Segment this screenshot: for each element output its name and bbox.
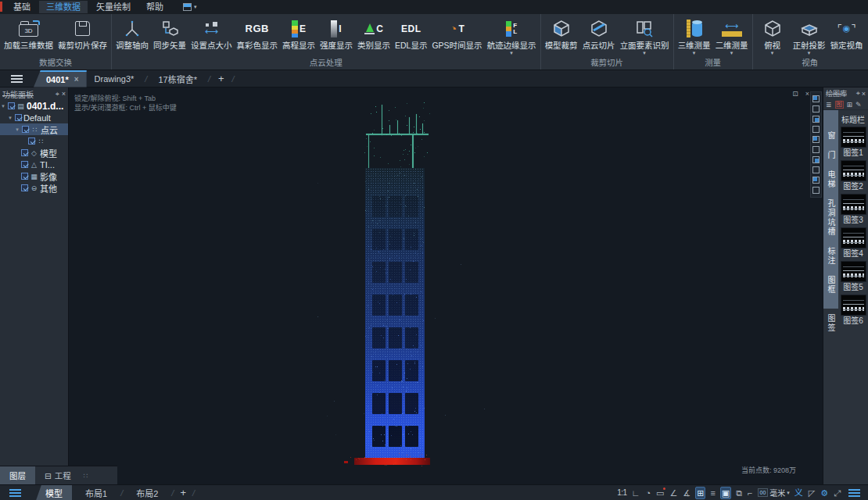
lock-view-button[interactable]: ⌜◉⌝ 锁定视角 [828,16,866,57]
status-menu-icon[interactable] [848,489,860,491]
section-tool-icon[interactable] [812,105,820,112]
pin-icon[interactable]: ⌖ [856,89,860,98]
close-icon[interactable]: × [74,75,79,84]
section-tool-icon[interactable] [812,136,820,143]
checkbox[interactable] [21,184,28,191]
cursor-select-icon[interactable]: ◸ [808,488,816,498]
section-tool-icon[interactable] [812,146,820,153]
tab-holes[interactable]: 孔洞坑槽 [823,199,838,237]
project-tab[interactable]: ⊟ 工程 [35,466,81,484]
tab-frame[interactable]: 图框 [823,276,838,295]
edl-display-button[interactable]: EDL EDL显示 [393,16,429,57]
new-layer-icon[interactable]: ⧉ [735,488,743,498]
close-icon[interactable]: × [862,90,866,98]
selection-box-icon[interactable]: ▣ [720,487,731,499]
model-clip-button[interactable]: 模型裁剪 [543,16,580,57]
grid-snap-icon[interactable]: ⊞ [695,487,705,499]
gallery-item[interactable]: 图签5 [841,261,866,293]
section-tool-icon[interactable] [812,166,820,173]
object-snap-icon[interactable]: ▭ [655,488,665,498]
facade-element-recognition-button[interactable]: 立面要素识别 ▾ [618,16,672,57]
list-icon[interactable]: ≣ [826,101,832,109]
save-clip-slice-button[interactable]: 裁剪切片保存 [56,16,109,57]
section-tool-icon[interactable] [812,187,820,194]
tab-0401[interactable]: 0401* × [34,70,87,88]
section-tool-icon[interactable] [812,95,820,102]
sync-vector-button[interactable]: 同步矢量 [151,16,188,57]
tab-drawing3[interactable]: Drawing3* [87,70,142,88]
model-tab[interactable]: 模型 [36,485,72,500]
add-layout-button[interactable]: + [178,487,188,498]
section-tool-icon[interactable] [812,126,820,133]
unit-selector[interactable]: 00 毫米 ▾ [758,487,790,498]
tab-window[interactable]: 窗 [823,131,838,141]
fullscreen-icon[interactable]: ⤢ [833,488,841,498]
tree-row-model[interactable]: ◇ 模型 [0,147,68,159]
tree-row-pointcloud-item[interactable]: ∷ [0,135,68,147]
intensity-display-button[interactable]: I 强度显示 [317,16,355,57]
close-icon[interactable]: × [805,90,809,98]
point-size-button[interactable]: ⟷ 设置点大小 [188,16,235,57]
trajectory-edge-display-button[interactable]: FL 航迹边缘显示 ▾ [485,16,539,57]
gallery-item[interactable]: 图签6 [841,295,866,327]
tab-titleblock[interactable]: 图签 [823,314,838,333]
pin-icon[interactable]: ⌖ [56,90,59,98]
class-display-button[interactable]: C 类别显示 [355,16,393,57]
section-tool-icon[interactable] [812,116,820,123]
layers-tab[interactable]: 图层 [0,466,35,484]
brush-icon[interactable]: ✎ [855,101,862,109]
settings-gear-icon[interactable]: ⚙ [820,488,829,498]
lineweight-icon[interactable]: ≡ [709,488,716,498]
layout-menu-icon[interactable] [9,489,21,491]
ortho-projection-button[interactable]: 正射投影 ▾ [791,16,828,57]
measure-3d-button[interactable]: 三维测量 ▾ [676,16,713,57]
tree-row-default[interactable]: ▾ Default [0,112,68,123]
grid-icon[interactable]: ⊞ [847,101,853,109]
elevation-display-button[interactable]: E 高程显示 [280,16,317,57]
pointcloud-slice-button[interactable]: 点云切片 [580,16,618,57]
adjust-axis-button[interactable]: 调整轴向 [113,16,151,57]
tree-row-tin[interactable]: △ TI... [0,159,68,170]
layout1-tab[interactable]: 布局1 [76,485,117,500]
tab-annotation[interactable]: 标注 [823,247,838,266]
load-3d-data-button[interactable]: 3D 加载三维数据 [2,16,56,57]
top-view-button[interactable]: 俯视 ▾ [755,16,791,57]
tab-door[interactable]: 门 [823,151,838,160]
scale-indicator[interactable]: 1:1 [617,488,626,497]
cleanup-tools-icon[interactable]: 义 [794,488,804,498]
gallery-item[interactable]: 图签2 [841,160,866,192]
layout2-tab[interactable]: 布局2 [127,485,167,500]
menu-basic[interactable]: 基础 [6,1,38,13]
annotation-angle-icon[interactable]: ∡ [682,488,691,498]
new-tab-button[interactable]: + [213,73,229,84]
checkbox[interactable] [21,161,28,168]
library-icon[interactable]: 图 [835,101,844,109]
checkbox[interactable] [8,102,15,109]
checkbox[interactable] [15,114,22,121]
tree-row-pointcloud[interactable]: ▾ ∷ 点云 [0,123,68,135]
angle-snap-icon[interactable]: ∠ [669,488,678,498]
tree-row-other[interactable]: ⊖ 其他 [0,182,68,194]
true-color-button[interactable]: RGB 真彩色显示 [235,16,281,57]
measure-2d-button[interactable]: ⟷ 二维测量 ▾ [713,16,751,57]
section-tool-icon[interactable] [812,156,820,163]
tab-dorm17[interactable]: 17栋宿舍* [150,70,205,88]
ortho-mode-icon[interactable]: ∟ [631,488,641,498]
step-corner-icon[interactable]: ⌐ [747,488,753,498]
polar-tracking-icon[interactable]: ◔ [644,488,651,498]
viewport-3d[interactable]: 锁定/解除俯视: Shift + Tab显示/关闭漫游框: Ctrl + 鼠标中… [69,88,823,484]
checkbox[interactable] [28,138,35,145]
drag-handle-icon[interactable]: ∷ [84,472,88,480]
gallery-item[interactable]: 图签1 [841,127,866,159]
menu-3d-data[interactable]: 三维数据 [39,1,88,13]
tab-elevator[interactable]: 电梯 [823,170,838,189]
close-icon[interactable]: × [62,90,66,98]
gps-time-display-button[interactable]: ◔T GPS时间显示 [429,16,484,57]
tree-row-image[interactable]: ▦ 影像 [0,170,68,182]
ribbon-toggle-button[interactable]: ▾ [183,3,197,11]
checkbox[interactable] [22,126,29,133]
gallery-item[interactable]: 图签3 [841,194,866,226]
checkbox[interactable] [21,173,28,180]
menu-vector-draw[interactable]: 矢量绘制 [89,1,138,13]
checkbox[interactable] [21,149,28,156]
